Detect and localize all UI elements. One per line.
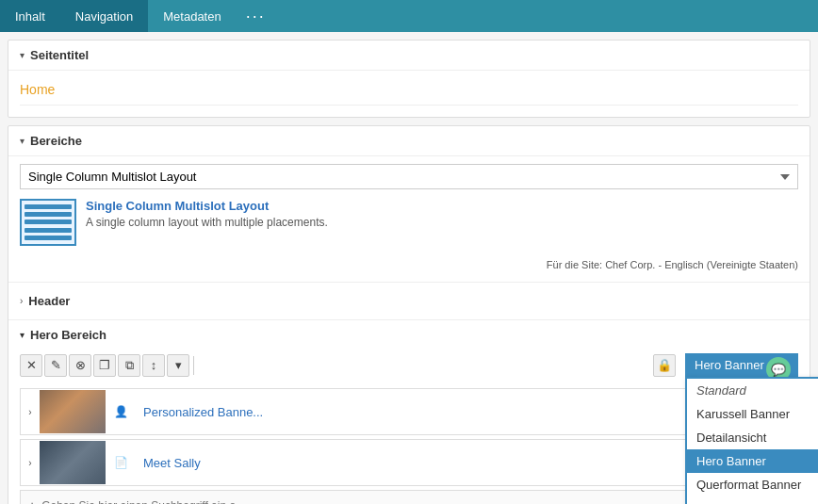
toolbar-move-btn[interactable]: ↕ — [142, 354, 165, 377]
header-subsection: › Header — [8, 282, 810, 319]
toolbar-lock-btn[interactable]: 🔒 — [653, 354, 676, 377]
toolbar-edit-btn[interactable]: ✎ — [44, 354, 67, 377]
layout-icon — [20, 199, 76, 246]
header-chevron: › — [20, 296, 23, 306]
layout-desc: A single column layout with multiple pla… — [86, 216, 328, 229]
row-label-2[interactable]: Meet Sally — [136, 456, 763, 470]
site-info: Für die Site: Chef Corp. - Englisch (Ver… — [20, 255, 798, 274]
template-dropdown-menu: Standard Karussell Banner Detailansicht … — [685, 377, 818, 504]
dropdown-item-hero[interactable]: Hero Banner — [687, 449, 818, 473]
toolbar-delete-btn[interactable]: ⊗ — [69, 354, 91, 377]
dropdown-item-querformat[interactable]: Querformat Banner — [687, 473, 818, 496]
hero-bereich-chevron: ▾ — [20, 330, 25, 340]
toolbar-sep — [193, 356, 194, 375]
tab-inhalt[interactable]: Inhalt — [0, 0, 60, 32]
row-thumb-img-1 — [40, 390, 106, 433]
content-row-personalized: › 👤 Personalized Banne... 🌐 — [20, 388, 798, 435]
dropdown-item-karussell[interactable]: Karussell Banner — [687, 402, 818, 426]
search-row: + ▮▮▮ — [20, 490, 798, 504]
header-subsection-header[interactable]: › Header — [20, 290, 798, 312]
toolbar-close-btn[interactable]: ✕ — [20, 354, 42, 377]
bereiche-chevron: ▾ — [20, 136, 25, 146]
toolbar-duplicate-btn[interactable]: ⧉ — [118, 354, 140, 377]
layout-line-4 — [25, 228, 72, 233]
toolbar-copy-btn[interactable]: ❐ — [93, 354, 116, 377]
layout-line-1 — [25, 204, 72, 209]
hero-toolbar: ✕ ✎ ⊗ ❐ ⧉ ↕ ▾ 🔒 Hero Banner ▾ — [20, 350, 798, 381]
top-navigation: Inhalt Navigation Metadaten ··· — [0, 0, 818, 32]
layout-line-5 — [25, 236, 72, 240]
layout-line-2 — [25, 212, 72, 217]
seitentitel-section: ▾ Seitentitel Home — [8, 40, 810, 118]
hero-bereich-title: Hero Bereich — [30, 328, 106, 342]
row-thumb-img-2 — [40, 441, 106, 484]
tab-navigation[interactable]: Navigation — [60, 0, 148, 32]
row-thumb-1 — [40, 390, 106, 433]
layout-info: Single Column Multislot Layout A single … — [86, 199, 328, 229]
bereiche-title: Bereiche — [30, 134, 82, 148]
layout-dropdown[interactable]: Single Column Multislot Layout — [20, 164, 798, 189]
page-title-value: Home — [20, 78, 798, 101]
dropdown-current-value: Hero Banner — [695, 358, 764, 372]
page-title-divider — [20, 105, 798, 106]
row-page-icon-2: 📄 — [109, 456, 132, 469]
dropdown-item-standard[interactable]: Standard — [687, 379, 818, 402]
search-plus-icon: + — [28, 498, 36, 505]
seitentitel-header[interactable]: ▾ Seitentitel — [8, 41, 810, 71]
layout-preview: Single Column Multislot Layout A single … — [20, 199, 798, 246]
toolbar-more-btn[interactable]: ▾ — [167, 354, 189, 377]
row-person-icon-1: 👤 — [109, 405, 132, 418]
seitentitel-body: Home — [8, 71, 810, 117]
row-thumb-2 — [40, 441, 106, 484]
tab-metadaten[interactable]: Metadaten — [148, 0, 236, 32]
bereiche-header[interactable]: ▾ Bereiche — [8, 126, 810, 156]
row-expand-2[interactable]: › — [21, 458, 40, 468]
hero-bereich-section: ▾ Hero Bereich ✕ ✎ ⊗ ❐ ⧉ ↕ ▾ 🔒 — [8, 319, 810, 504]
dropdown-item-links-rechts[interactable]: Links-Rechts Banner — [687, 496, 818, 504]
seitentitel-title: Seitentitel — [30, 48, 89, 62]
content-row-meet-sally: › 📄 Meet Sally 🌐 — [20, 439, 798, 486]
layout-title: Single Column Multislot Layout — [86, 199, 328, 213]
hero-toolbar-area: ✕ ✎ ⊗ ❐ ⧉ ↕ ▾ 🔒 Hero Banner ▾ — [20, 350, 798, 381]
header-title: Header — [28, 294, 70, 308]
search-input[interactable] — [41, 499, 764, 505]
seitentitel-chevron: ▾ — [20, 50, 25, 60]
row-expand-1[interactable]: › — [21, 407, 40, 417]
layout-line-3 — [25, 219, 72, 224]
hero-bereich-header[interactable]: ▾ Hero Bereich — [20, 320, 798, 350]
bereiche-body: Single Column Multislot Layout Single Co… — [8, 156, 810, 282]
bereiche-section: ▾ Bereiche Single Column Multislot Layou… — [8, 125, 810, 504]
tab-more[interactable]: ··· — [237, 0, 275, 32]
dropdown-item-detail[interactable]: Detailansicht — [687, 426, 818, 449]
main-content: ▾ Seitentitel Home ▾ Bereiche Single Col… — [0, 40, 818, 504]
row-label-1[interactable]: Personalized Banne... — [136, 405, 763, 419]
